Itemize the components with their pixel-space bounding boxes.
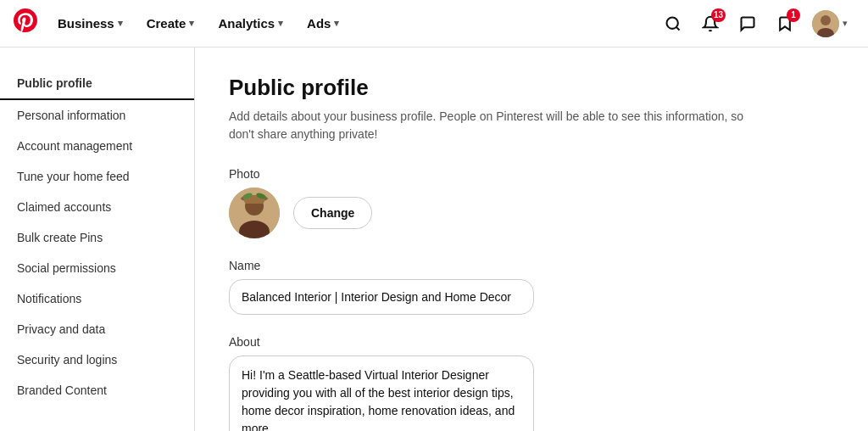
nav-left: Business ▾ Create ▾ Analytics ▾ Ads ▾ — [14, 8, 349, 38]
svg-point-0 — [667, 17, 678, 28]
about-section: About — [229, 335, 771, 431]
sidebar-label-bulk-create-pins: Bulk create Pins — [17, 231, 103, 244]
sidebar-item-privacy-and-data[interactable]: Privacy and data — [0, 314, 194, 344]
top-navigation: Business ▾ Create ▾ Analytics ▾ Ads ▾ 13… — [0, 0, 868, 48]
sidebar-item-branded-content[interactable]: Branded Content — [0, 375, 194, 406]
sidebar-label-social-permissions: Social permissions — [17, 261, 116, 275]
change-photo-button[interactable]: Change — [293, 197, 372, 229]
name-label: Name — [229, 259, 771, 272]
photo-label: Photo — [229, 167, 771, 181]
sidebar-item-public-profile[interactable]: Public profile — [0, 68, 194, 100]
notifications-badge: 13 — [711, 8, 726, 22]
sidebar-label-account-management: Account management — [17, 139, 132, 153]
sidebar-item-security-and-logins[interactable]: Security and logins — [0, 344, 194, 375]
svg-point-3 — [821, 15, 831, 25]
page-layout: Public profile Personal information Acco… — [0, 48, 868, 431]
sidebar-label-notifications: Notifications — [17, 292, 81, 305]
ads-chevron-icon: ▾ — [334, 18, 339, 29]
svg-line-1 — [676, 26, 680, 30]
name-section: Name — [229, 259, 771, 315]
sidebar-label-tune-home-feed: Tune your home feed — [17, 170, 130, 183]
about-label: About — [229, 335, 771, 349]
nav-right: 13 1 ▾ — [656, 7, 854, 41]
sidebar-label-claimed-accounts: Claimed accounts — [17, 200, 111, 214]
sidebar-label-branded-content: Branded Content — [17, 383, 107, 397]
avatar-menu[interactable]: ▾ — [805, 7, 854, 41]
sidebar: Public profile Personal information Acco… — [0, 48, 195, 431]
avatar — [812, 10, 839, 37]
analytics-chevron-icon: ▾ — [278, 18, 283, 29]
pinterest-logo[interactable] — [14, 8, 37, 38]
photo-row: Change — [229, 188, 771, 238]
sidebar-item-tune-home-feed[interactable]: Tune your home feed — [0, 161, 194, 192]
about-textarea[interactable] — [229, 355, 534, 431]
ads-nav-item[interactable]: Ads ▾ — [297, 9, 349, 37]
notifications-button[interactable]: 13 — [693, 7, 727, 41]
create-label: Create — [147, 16, 186, 31]
sidebar-item-claimed-accounts[interactable]: Claimed accounts — [0, 192, 194, 222]
business-chevron-icon: ▾ — [118, 18, 123, 29]
sidebar-item-account-management[interactable]: Account management — [0, 131, 194, 161]
sidebar-label-security-and-logins: Security and logins — [17, 353, 117, 367]
sidebar-item-notifications[interactable]: Notifications — [0, 283, 194, 314]
sidebar-label-public-profile: Public profile — [17, 76, 92, 90]
sidebar-item-bulk-create-pins[interactable]: Bulk create Pins — [0, 222, 194, 253]
business-label: Business — [58, 16, 114, 31]
sidebar-label-personal-information: Personal information — [17, 109, 125, 122]
ads-label: Ads — [307, 16, 331, 31]
avatar-chevron-icon: ▾ — [843, 18, 848, 29]
name-input[interactable] — [229, 279, 534, 315]
profile-avatar — [229, 188, 280, 238]
sidebar-item-personal-information[interactable]: Personal information — [0, 100, 194, 131]
analytics-label: Analytics — [218, 16, 275, 31]
saved-badge: 1 — [787, 8, 800, 22]
analytics-nav-item[interactable]: Analytics ▾ — [208, 9, 293, 37]
sidebar-label-privacy-and-data: Privacy and data — [17, 322, 105, 336]
saved-button[interactable]: 1 — [768, 7, 802, 41]
main-content: Public profile Add details about your bu… — [195, 48, 805, 431]
search-button[interactable] — [656, 7, 690, 41]
messages-button[interactable] — [731, 7, 765, 41]
create-chevron-icon: ▾ — [189, 18, 194, 29]
business-nav-item[interactable]: Business ▾ — [47, 9, 133, 37]
create-nav-item[interactable]: Create ▾ — [136, 9, 205, 37]
sidebar-item-social-permissions[interactable]: Social permissions — [0, 253, 194, 283]
page-title: Public profile — [229, 75, 771, 101]
page-subtitle: Add details about your business profile.… — [229, 108, 771, 143]
photo-section: Photo Change — [229, 167, 771, 238]
